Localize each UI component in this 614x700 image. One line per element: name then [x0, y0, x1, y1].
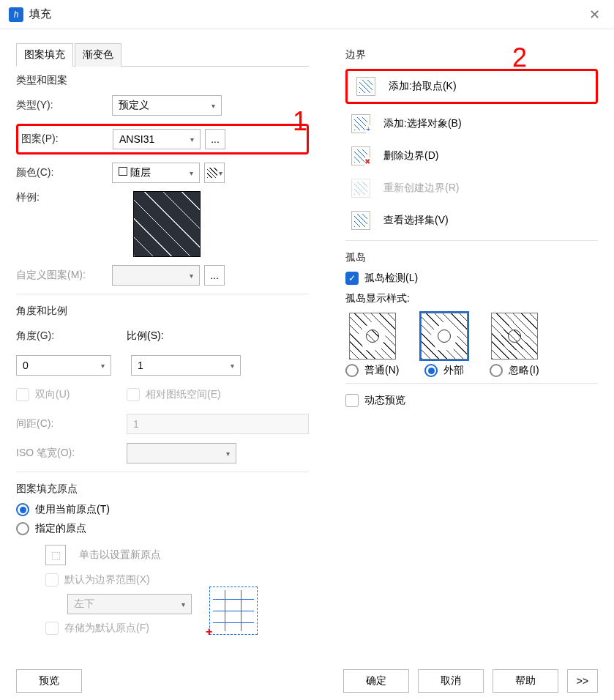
angle-select[interactable]: 0▾ [16, 355, 111, 376]
tab-bar: 图案填充 渐变色 [16, 42, 309, 67]
iso-pen-select: ▾ [127, 443, 236, 463]
custom-pattern-select: ▾ [112, 265, 200, 286]
scale-select[interactable]: 1▾ [131, 355, 241, 376]
spacing-label: 间距(C): [16, 417, 122, 431]
type-label: 类型(Y): [16, 99, 108, 112]
set-new-origin-button[interactable]: ⬚ [45, 545, 66, 565]
expand-button[interactable]: >> [567, 669, 598, 693]
sample-label: 样例: [16, 191, 108, 204]
specified-origin-radio[interactable]: 指定的原点 [16, 522, 309, 535]
pattern-browse-button[interactable]: ... [205, 129, 225, 149]
island-style-outer[interactable]: 外部 [421, 313, 468, 377]
origin-preview-icon [209, 587, 258, 635]
dynamic-preview-checkbox[interactable]: 动态预览 [345, 394, 598, 407]
island-style-label: 孤岛显示样式: [345, 292, 598, 305]
help-button[interactable]: 帮助 [493, 669, 558, 693]
island-detection-checkbox[interactable]: ✓孤岛检测(L) [345, 272, 598, 285]
section-angle-scale: 角度和比例 [16, 305, 309, 318]
add-pick-points-button[interactable]: 添加:拾取点(K) [351, 74, 593, 99]
pick-point-icon [356, 77, 375, 96]
section-islands: 孤岛 [345, 251, 598, 264]
custom-pattern-label: 自定义图案(M): [16, 269, 108, 282]
view-selection-button[interactable]: 查看选择集(V) [345, 208, 598, 233]
origin-corner-select: 左下▾ [67, 594, 192, 614]
angle-label: 角度(G): [16, 329, 122, 343]
title-bar: h 填充 ✕ [0, 0, 614, 29]
type-select[interactable]: 预定义▾ [112, 95, 222, 116]
bidir-checkbox: 双向(U) [16, 388, 122, 401]
color-label: 颜色(C): [16, 166, 108, 179]
view-selection-icon [351, 211, 370, 230]
remove-boundaries-button[interactable]: ✖ 删除边界(D) [345, 144, 598, 168]
footer: 预览 确定 取消 帮助 >> [16, 669, 598, 693]
island-style-normal[interactable]: 普通(N) [345, 313, 399, 377]
section-origin: 图案填充原点 [16, 483, 309, 496]
color-select[interactable]: 随层▾ [112, 163, 200, 183]
default-extent-checkbox: 默认为边界范围(X) [45, 573, 309, 587]
recreate-boundaries-button: 重新创建边界(R) [345, 176, 598, 201]
remove-boundary-icon: ✖ [351, 146, 370, 165]
color-hatch-button[interactable]: ▾ [204, 163, 225, 183]
island-style-ignore[interactable]: 忽略(I) [490, 313, 539, 377]
select-object-icon: + [351, 114, 370, 133]
pattern-select[interactable]: ANSI31▾ [113, 129, 201, 149]
ok-button[interactable]: 确定 [343, 669, 409, 693]
section-boundary: 边界 [345, 48, 598, 62]
close-button[interactable]: ✕ [583, 4, 605, 26]
iso-pen-label: ISO 笔宽(O): [16, 447, 122, 460]
use-current-origin-radio[interactable]: 使用当前原点(T) [16, 503, 309, 516]
store-default-origin-checkbox: 存储为默认原点(F) [45, 622, 309, 635]
add-select-objects-button[interactable]: + 添加:选择对象(B) [345, 111, 598, 136]
tab-pattern-fill[interactable]: 图案填充 [16, 43, 73, 67]
scale-label: 比例(S): [127, 329, 309, 343]
spacing-input: 1 [127, 414, 309, 434]
hatch-swatch-icon [207, 168, 217, 178]
custom-pattern-browse[interactable]: ... [204, 265, 225, 286]
rel-paper-checkbox: 相对图纸空间(E) [127, 388, 221, 401]
click-set-origin-label: 单击以设置新原点 [79, 548, 161, 562]
app-icon: h [9, 7, 23, 22]
pattern-preview [133, 191, 201, 257]
window-title: 填充 [29, 7, 583, 21]
preview-button[interactable]: 预览 [16, 669, 82, 693]
cancel-button[interactable]: 取消 [418, 669, 484, 693]
tab-gradient[interactable]: 渐变色 [75, 43, 121, 67]
section-type-pattern: 类型和图案 [16, 74, 309, 87]
recreate-boundary-icon [351, 179, 370, 198]
pattern-label: 图案(P): [21, 133, 108, 146]
